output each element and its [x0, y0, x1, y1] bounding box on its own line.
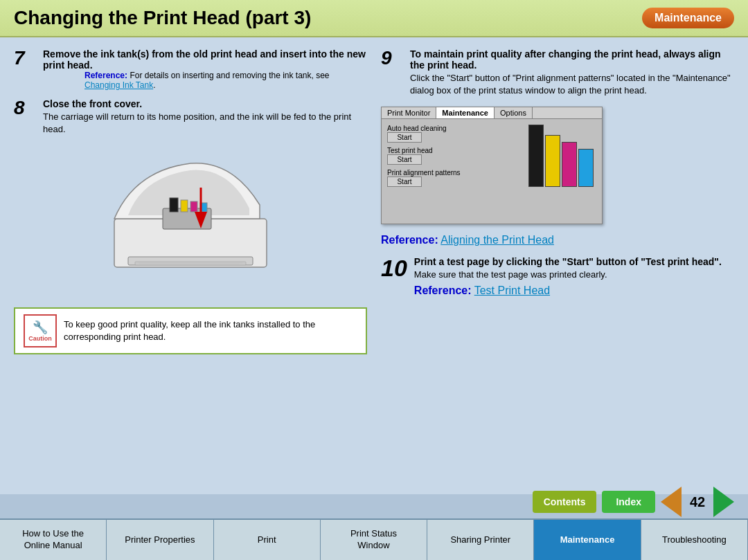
nav-tab-sharing[interactable]: Sharing Printer	[427, 520, 534, 560]
right-column: 9 To maintain print quality after changi…	[381, 48, 734, 483]
ink-tanks	[528, 125, 594, 187]
step-8-title: Close the front cover.	[43, 98, 367, 109]
step-8-content: Close the front cover. The carriage will…	[43, 98, 367, 136]
step-10-ref-link[interactable]: Test Print Head	[474, 284, 550, 296]
svg-rect-2	[170, 198, 178, 212]
page-header: Changing the Print Head (part 3) Mainten…	[0, 0, 748, 37]
dialog-start-btn-3[interactable]: Start	[387, 177, 422, 187]
step-9-body: Click the "Start" button of "Print align…	[410, 72, 734, 97]
svg-rect-4	[190, 201, 197, 212]
nav-tab-maintenance[interactable]: Maintenance	[534, 520, 641, 560]
step-10-body: Make sure that the test page was printed…	[414, 269, 734, 281]
svg-rect-3	[181, 200, 188, 212]
contents-button[interactable]: Contents	[533, 491, 597, 513]
dialog-tab-printmonitor: Print Monitor	[382, 107, 436, 118]
dialog-label-1: Auto head cleaning	[387, 125, 520, 132]
dialog-ink-preview	[523, 122, 599, 190]
page-number: 42	[687, 494, 708, 510]
bottom-navigation: How to Use theOnline Manual Printer Prop…	[0, 518, 748, 560]
dialog-start-btn-2[interactable]: Start	[387, 154, 422, 165]
nav-tab-online-manual[interactable]: How to Use theOnline Manual	[0, 520, 107, 560]
step-10: 10 Print a test page by clicking the "St…	[381, 256, 734, 296]
step-9-ref-label: Reference:	[381, 234, 438, 246]
step-9-content: To maintain print quality after changing…	[410, 48, 734, 97]
left-column: 7 Remove the ink tank(s) from the old pr…	[14, 48, 367, 483]
caution-wrench-icon: 🔧	[33, 320, 48, 335]
maintenance-dialog-screenshot: Print Monitor Maintenance Options Auto h…	[381, 107, 603, 224]
step-10-reference: Reference: Test Print Head	[414, 284, 734, 297]
nav-tab-troubleshooting[interactable]: Troubleshooting	[641, 520, 748, 560]
step-7-content: Remove the ink tank(s) from the old prin…	[43, 48, 367, 90]
dialog-tab-options: Options	[495, 107, 533, 118]
caution-text: To keep good print quality, keep all the…	[64, 318, 357, 343]
dialog-tab-maintenance: Maintenance	[436, 107, 495, 118]
step-7-ref-text: For details on inserting and removing th…	[130, 71, 329, 80]
step-10-number: 10	[381, 256, 407, 280]
step-8-body: The carriage will return to its home pos…	[43, 111, 367, 136]
step-7-number: 7	[14, 48, 36, 68]
step-9: 9 To maintain print quality after changi…	[381, 48, 734, 97]
dialog-control-2: Test print head Start	[387, 147, 520, 165]
step-7-reference: Reference: For details on inserting and …	[84, 71, 367, 90]
dialog-control-3: Print alignment patterns Start	[387, 169, 520, 187]
step-10-content: Print a test page by clicking the "Start…	[414, 256, 734, 296]
step-8: 8 Close the front cover. The carriage wi…	[14, 98, 367, 136]
next-page-button[interactable]	[713, 487, 734, 517]
nav-tab-print-status[interactable]: Print StatusWindow	[321, 520, 427, 560]
index-button[interactable]: Index	[602, 491, 655, 513]
controls-bar: Contents Index 42	[533, 487, 734, 517]
step-10-title: Print a test page by clicking the "Start…	[414, 256, 734, 267]
step-10-ref-label: Reference:	[414, 284, 472, 296]
dialog-label-3: Print alignment patterns	[387, 169, 520, 177]
dialog-start-btn-1[interactable]: Start	[387, 132, 422, 143]
dialog-tabs: Print Monitor Maintenance Options	[382, 107, 602, 119]
nav-tab-print[interactable]: Print	[214, 520, 321, 560]
printer-svg	[93, 150, 287, 288]
printer-illustration	[14, 150, 367, 288]
caution-box: 🔧 Caution To keep good print quality, ke…	[14, 307, 367, 354]
step-7-ref-label: Reference:	[84, 71, 127, 80]
dialog-controls: Auto head cleaning Start Test print head…	[384, 122, 523, 190]
ink-tank-black	[528, 125, 544, 187]
step-9-reference: Reference: Aligning the Print Head	[381, 234, 734, 246]
nav-tab-printer-properties[interactable]: Printer Properties	[107, 520, 213, 560]
caution-icon: 🔧 Caution	[24, 314, 57, 347]
ink-tank-cyan	[578, 149, 594, 187]
step-9-number: 9	[381, 48, 403, 68]
prev-page-button[interactable]	[661, 487, 682, 517]
dialog-body: Auto head cleaning Start Test print head…	[382, 119, 602, 192]
step-7-title: Remove the ink tank(s) from the old prin…	[43, 48, 367, 71]
dialog-control-1: Auto head cleaning Start	[387, 125, 520, 143]
ink-tank-yellow	[545, 135, 560, 187]
step-8-number: 8	[14, 98, 36, 118]
caution-label: Caution	[28, 335, 52, 342]
step-7: 7 Remove the ink tank(s) from the old pr…	[14, 48, 367, 90]
ink-tank-magenta	[562, 142, 577, 187]
page-title: Changing the Print Head (part 3)	[14, 7, 311, 29]
main-content: 7 Remove the ink tank(s) from the old pr…	[0, 37, 748, 494]
step-9-title: To maintain print quality after changing…	[410, 48, 734, 71]
step-9-ref-link[interactable]: Aligning the Print Head	[440, 234, 554, 246]
dialog-label-2: Test print head	[387, 147, 520, 154]
step-7-ref-link[interactable]: Changing Ink Tank	[84, 80, 153, 90]
section-badge: Maintenance	[642, 8, 734, 28]
